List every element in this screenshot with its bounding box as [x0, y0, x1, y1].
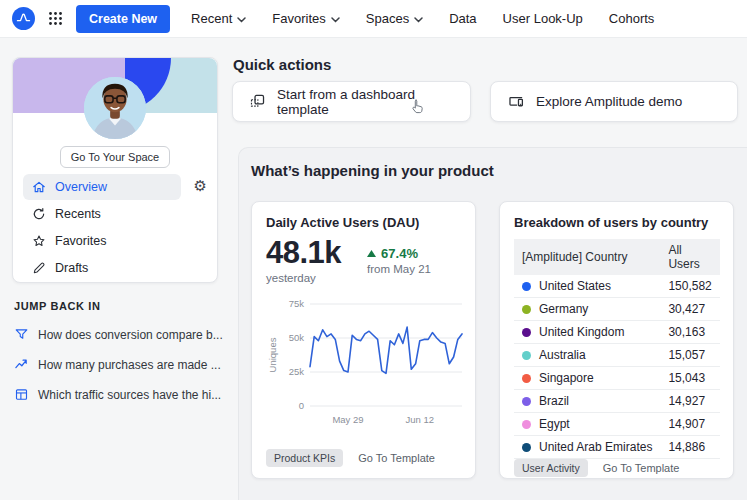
- start-from-dashboard-template-card[interactable]: Start from a dashboard template: [232, 81, 471, 122]
- nav-item-favorites[interactable]: Favorites: [272, 11, 339, 26]
- country-value: 30,427: [660, 298, 719, 321]
- go-to-your-space-button[interactable]: Go To Your Space: [60, 146, 170, 168]
- apps-grid-icon[interactable]: [48, 11, 63, 26]
- nav-item-user-lookup[interactable]: User Look-Up: [503, 11, 583, 26]
- table-row: United States 150,582: [514, 275, 720, 298]
- jump-item-purchases[interactable]: How many purchases are made ...: [14, 357, 226, 372]
- dau-value-block: 48.1k yesterday: [266, 237, 341, 284]
- table-row: Germany 30,427: [514, 298, 720, 321]
- sidebar-item-favorites[interactable]: Favorites: [23, 228, 181, 254]
- home-icon: [32, 180, 46, 194]
- triangle-up-icon: [367, 250, 376, 257]
- country-column-header: [Amplitude] Country: [514, 239, 660, 275]
- jump-item-label: How many purchases are made ...: [38, 358, 221, 372]
- country-name: Singapore: [539, 371, 594, 385]
- svg-text:25k: 25k: [289, 366, 305, 377]
- country-dot: [522, 328, 531, 337]
- table-row: Brazil 14,927: [514, 390, 720, 413]
- star-icon: [32, 234, 46, 248]
- svg-text:Jun 12: Jun 12: [406, 414, 435, 425]
- dau-card-title: Daily Active Users (DAU): [266, 215, 461, 230]
- country-value: 14,886: [660, 436, 719, 459]
- table-icon: [14, 387, 29, 402]
- table-row: United Kingdom 30,163: [514, 321, 720, 344]
- nav-item-label: Spaces: [366, 11, 409, 26]
- table-row: Australia 15,057: [514, 344, 720, 367]
- quick-actions-title: Quick actions: [233, 56, 331, 73]
- sidebar-item-drafts[interactable]: Drafts: [23, 255, 181, 281]
- jump-item-label: Which traffic sources have the hi...: [38, 388, 221, 402]
- nav-item-cohorts[interactable]: Cohorts: [609, 11, 655, 26]
- svg-text:50k: 50k: [289, 332, 305, 343]
- quick-action-label: Start from a dashboard template: [277, 87, 454, 117]
- country-value: 15,043: [660, 367, 719, 390]
- nav-item-label: Data: [449, 11, 476, 26]
- sidebar-item-label: Recents: [55, 207, 101, 221]
- table-row: United Arab Emirates 14,886: [514, 436, 720, 459]
- top-navbar: Create New Recent Favorites Spaces Data …: [0, 0, 747, 38]
- country-name: Australia: [539, 348, 586, 362]
- devices-icon: [507, 93, 525, 110]
- svg-text:0: 0: [299, 400, 304, 411]
- profile-card: Go To Your Space Overview Recents Favori…: [12, 57, 218, 283]
- history-icon: [32, 207, 46, 221]
- chevron-down-icon: [237, 17, 246, 23]
- user-activity-badge[interactable]: User Activity: [514, 459, 588, 477]
- amplitude-logo-icon[interactable]: [12, 7, 35, 30]
- chevron-down-icon: [331, 17, 340, 23]
- dau-chart-wrap: 75k50k25k0UniquesMay 29Jun 12: [266, 294, 461, 427]
- country-breakdown-card: Breakdown of users by country [Amplitude…: [499, 201, 734, 479]
- explore-amplitude-demo-card[interactable]: Explore Amplitude demo: [490, 81, 738, 122]
- dau-chart: 75k50k25k0UniquesMay 29Jun 12: [266, 294, 463, 427]
- country-name: Brazil: [539, 394, 569, 408]
- sidebar-item-recents[interactable]: Recents: [23, 201, 181, 227]
- go-to-template-link[interactable]: Go To Template: [603, 462, 680, 474]
- country-name: United States: [539, 279, 611, 293]
- country-value: 14,907: [660, 413, 719, 436]
- country-dot: [522, 443, 531, 452]
- funnel-icon: [14, 327, 29, 342]
- sidebar-item-label: Favorites: [55, 234, 106, 248]
- dashboard-template-icon: [249, 93, 266, 110]
- nav-item-label: Recent: [191, 11, 232, 26]
- dau-value-caption: yesterday: [266, 272, 341, 284]
- quick-action-label: Explore Amplitude demo: [536, 94, 682, 109]
- dau-card: Daily Active Users (DAU) 48.1k yesterday…: [251, 201, 476, 479]
- nav-item-label: User Look-Up: [503, 11, 583, 26]
- nav-item-recent[interactable]: Recent: [191, 11, 246, 26]
- country-value: 30,163: [660, 321, 719, 344]
- dau-delta: 67.4%: [381, 246, 418, 261]
- country-name: Germany: [539, 302, 588, 316]
- create-new-button[interactable]: Create New: [76, 5, 170, 33]
- country-value: 150,582: [660, 275, 719, 298]
- country-table-body: United States 150,582 Germany 30,427 Uni…: [514, 275, 720, 459]
- country-dot: [522, 305, 531, 314]
- product-panel: What’s happening in your product Daily A…: [238, 147, 747, 500]
- sidebar-item-label: Drafts: [55, 261, 88, 275]
- country-name: United Arab Emirates: [539, 440, 652, 454]
- pencil-icon: [32, 261, 46, 275]
- table-row: Singapore 15,043: [514, 367, 720, 390]
- country-table-header-row: [Amplitude] Country All Users: [514, 239, 720, 275]
- jump-item-traffic-sources[interactable]: Which traffic sources have the hi...: [14, 387, 226, 402]
- country-dot: [522, 282, 531, 291]
- nav-item-data[interactable]: Data: [449, 11, 476, 26]
- navbar-links: Recent Favorites Spaces Data User Look-U…: [191, 11, 654, 26]
- nav-item-label: Favorites: [272, 11, 325, 26]
- sidebar-item-overview[interactable]: Overview: [23, 174, 181, 200]
- jump-back-in-section: JUMP BACK IN How does conversion compare…: [14, 300, 226, 402]
- go-to-template-link[interactable]: Go To Template: [358, 452, 435, 464]
- all-users-column-header: All Users: [660, 239, 719, 275]
- country-table: [Amplitude] Country All Users United Sta…: [514, 239, 720, 459]
- product-kpis-badge[interactable]: Product KPIs: [266, 449, 343, 467]
- sidebar-nav: Overview Recents Favorites Drafts ⚙: [23, 174, 209, 282]
- gear-icon[interactable]: ⚙: [194, 178, 207, 193]
- country-value: 15,057: [660, 344, 719, 367]
- product-panel-title: What’s happening in your product: [251, 162, 494, 179]
- svg-text:75k: 75k: [289, 298, 305, 309]
- sidebar-item-label: Overview: [55, 180, 107, 194]
- jump-item-conversion[interactable]: How does conversion compare b...: [14, 327, 226, 342]
- country-value: 14,927: [660, 390, 719, 413]
- country-dot: [522, 351, 531, 360]
- nav-item-spaces[interactable]: Spaces: [366, 11, 423, 26]
